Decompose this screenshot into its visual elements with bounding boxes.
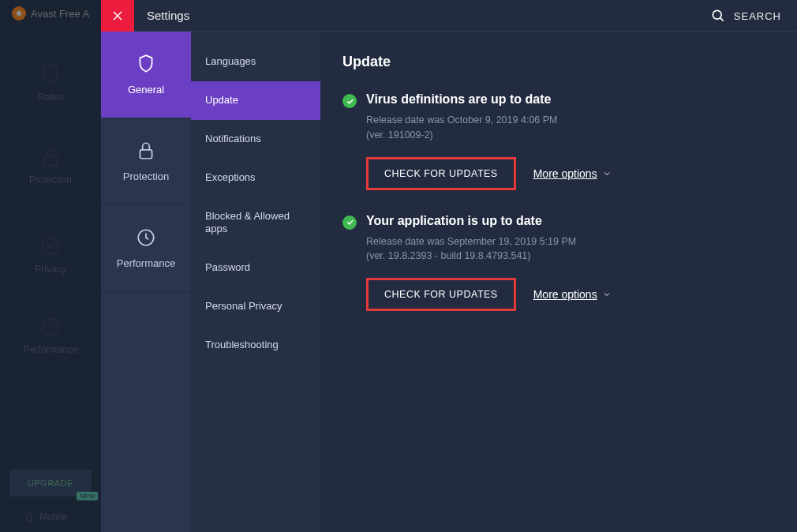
shield-icon [136, 54, 156, 74]
main-nav-privacy: Privacy [0, 235, 101, 275]
avast-logo-icon [12, 6, 26, 21]
main-nav-protection: Protection [0, 146, 101, 185]
virus-definitions-section: Virus definitions are up to date Release… [342, 92, 775, 190]
nav2-personal-privacy[interactable]: Personal Privacy [191, 287, 320, 326]
mobile-link[interactable]: Mobile [24, 511, 67, 523]
chevron-down-icon [602, 169, 612, 178]
app-more-options[interactable]: More options [533, 288, 612, 301]
settings-panel: Settings SEARCH General Protection P [101, 0, 797, 532]
settings-secondary-nav: Languages Update Notifications Exception… [191, 32, 320, 532]
app-status-meta: Release date was September 19, 2019 5:19… [366, 234, 775, 264]
svg-point-4 [713, 10, 721, 19]
search-icon [710, 8, 726, 24]
application-section: Your application is up to date Release d… [342, 214, 775, 312]
page-heading: Update [342, 54, 775, 70]
settings-title: Settings [147, 9, 189, 22]
svg-rect-5 [140, 150, 152, 159]
nav2-notifications[interactable]: Notifications [191, 120, 320, 159]
app-name-label: Avast Free A [31, 8, 89, 20]
svg-rect-0 [44, 156, 57, 166]
nav1-protection[interactable]: Protection [101, 118, 191, 205]
virus-more-options[interactable]: More options [533, 167, 612, 180]
settings-content: Update Virus definitions are up to date … [320, 32, 797, 532]
main-sidebar-dimmed: Avast Free A Status Protection Privacy P… [0, 0, 101, 532]
virus-status-title: Virus definitions are up to date [366, 92, 775, 107]
nav2-blocked-allowed[interactable]: Blocked & Allowed apps [191, 197, 320, 249]
new-badge: NEW [77, 492, 98, 500]
main-nav-performance: Performance [0, 316, 101, 355]
check-app-updates-button[interactable]: CHECK FOR UPDATES [366, 278, 516, 311]
nav2-exceptions[interactable]: Exceptions [191, 159, 320, 197]
close-icon [111, 9, 124, 22]
lock-icon [136, 140, 156, 161]
check-icon [342, 215, 357, 230]
nav2-update[interactable]: Update [191, 81, 320, 120]
gauge-icon [136, 227, 156, 248]
chevron-down-icon [602, 290, 612, 299]
nav1-performance[interactable]: Performance [101, 205, 191, 292]
search-button[interactable]: SEARCH [710, 8, 781, 24]
nav2-languages[interactable]: Languages [191, 43, 320, 81]
settings-topbar: Settings SEARCH [101, 0, 797, 32]
nav2-troubleshooting[interactable]: Troubleshooting [191, 326, 320, 365]
nav1-general[interactable]: General [101, 32, 191, 118]
virus-status-meta: Release date was October 9, 2019 4:06 PM… [366, 113, 775, 143]
nav2-password[interactable]: Password [191, 249, 320, 287]
check-icon [342, 94, 357, 108]
close-button[interactable] [101, 0, 134, 32]
app-logo: Avast Free A [12, 6, 89, 21]
check-virus-updates-button[interactable]: CHECK FOR UPDATES [366, 157, 516, 190]
svg-rect-3 [27, 513, 32, 522]
app-status-title: Your application is up to date [366, 214, 775, 228]
settings-primary-nav: General Protection Performance [101, 32, 191, 532]
main-nav-status: Status [0, 63, 101, 103]
